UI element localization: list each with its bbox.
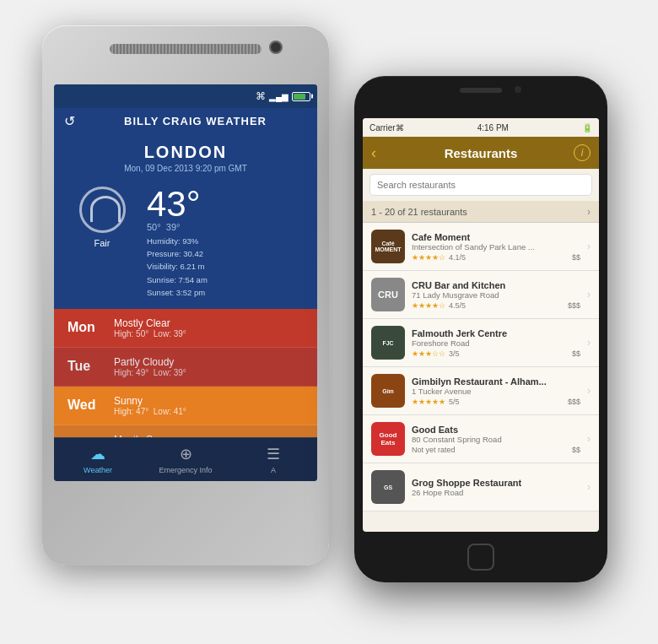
forecast-info-tue: Partly Cloudy High: 49° Low: 39° [114,356,304,377]
weather-icon-section: Fair [64,187,140,248]
falmouth-rating-row: ★★★☆☆ 3/5 $$ [412,349,580,358]
weather-status-bar: ⌘ ▂▄▆ [54,84,317,108]
nav-emergency[interactable]: ⊕ Emergency Info [142,445,229,474]
cafe-moment-avatar: CaféMOMENT [371,230,405,263]
refresh-icon[interactable]: ↺ [64,113,75,129]
forecast-hilo-mon: High: 50° Low: 39° [114,329,304,338]
bottom-nav: ☁ Weather ⊕ Emergency Info ☰ A [54,437,317,481]
temp-section: 43° 50° 39° Humidity: 93% Pressure: 30.4… [140,187,307,299]
cru-stars: ★★★★☆ [412,301,445,310]
falmouth-avatar: FJC [371,326,405,360]
restaurant-item-good-eats[interactable]: GoodEats Good Eats 80 Constant Spring Ro… [363,415,599,463]
weather-nav-icon: ☁ [90,445,105,463]
cru-price: $$$ [568,301,580,310]
iphone-screen: Carrier ⌘ 4:16 PM 🔋 ‹ Restaurants i 1 - … [363,118,599,532]
good-eats-info: Good Eats 80 Constant Spring Road Not ye… [412,425,580,454]
main-temperature: 43° [147,187,307,222]
good-eats-name: Good Eats [412,425,580,435]
search-bar [363,169,599,201]
weather-condition-icon [79,187,126,233]
restaurant-item-falmouth[interactable]: FJC Falmouth Jerk Centre Foreshore Road … [363,319,599,367]
gimbilyn-name: Gimbilyn Restaurant - Alham... [412,376,580,387]
gimbilyn-rating: 5/5 [449,398,460,406]
carrier-label: Carrier [369,123,396,133]
forecast-day-tue: Tue [67,359,114,374]
cru-rating: 4.5/5 [449,301,466,310]
gimbilyn-info: Gimbilyn Restaurant - Alham... 1 Tucker … [412,376,580,406]
cru-avatar: CRU [371,278,405,311]
cafe-moment-chevron: › [587,241,591,252]
results-arrow-icon[interactable]: › [587,206,591,218]
results-bar: 1 - 20 of 21 restaurants › [363,201,599,223]
cafe-moment-stars: ★★★★☆ [412,253,445,262]
good-eats-rating: Not yet rated [412,446,456,454]
signal-icon: ▂▄▆ [269,92,289,101]
grog-avatar: GS [371,470,405,504]
cafe-moment-info: Cafe Moment Intersection of Sandy Park L… [412,232,580,262]
falmouth-chevron: › [587,337,591,349]
falmouth-name: Falmouth Jerk Centre [412,328,580,338]
gimbilyn-rating-row: ★★★★★ 5/5 $$$ [412,398,580,406]
weather-nav-label: Weather [84,466,112,474]
hi-lo: 50° 39° [147,222,307,232]
grog-address: 26 Hope Road [412,488,580,497]
forecast-condition-wed: Sunny [114,395,304,407]
nav-weather[interactable]: ☁ Weather [54,445,142,474]
iphone-camera [515,86,521,93]
grog-chevron: › [587,481,591,493]
gimbilyn-chevron: › [587,385,591,397]
iphone: Carrier ⌘ 4:16 PM 🔋 ‹ Restaurants i 1 - … [354,76,607,582]
info-button[interactable]: i [574,144,591,161]
gimbilyn-price: $$$ [568,398,580,406]
restaurant-list: CaféMOMENT Cafe Moment Intersection of S… [363,223,599,511]
htc-speaker [110,44,262,54]
forecast-hilo-tue: High: 49° Low: 39° [114,368,304,377]
wifi-status-icon: ⌘ [396,123,404,133]
restaurant-item-gimbilyn[interactable]: Gim Gimbilyn Restaurant - Alham... 1 Tuc… [363,367,599,415]
nav-extra[interactable]: ☰ A [229,445,317,474]
emergency-nav-label: Emergency Info [159,466,212,474]
city-name: LONDON [64,143,307,162]
forecast-condition-tue: Partly Cloudy [114,356,304,368]
falmouth-info: Falmouth Jerk Centre Foreshore Road ★★★☆… [412,328,580,358]
grog-name: Grog Shoppe Restaurant [412,478,580,488]
restaurants-title: Restaurants [445,146,518,160]
forecast-row-wed: Wed Sunny High: 47° Low: 41° [54,387,317,425]
datetime: Mon, 09 Dec 2013 9:20 pm GMT [64,164,307,173]
grog-info: Grog Shoppe Restaurant 26 Hope Road [412,478,580,497]
iphone-home-button[interactable] [467,544,494,571]
good-eats-chevron: › [587,433,591,445]
gimbilyn-avatar: Gim [371,374,405,408]
falmouth-stars: ★★★☆☆ [412,349,445,358]
app-title: BILLY CRAIG WEATHER [84,115,307,127]
cafe-moment-name: Cafe Moment [412,232,580,242]
restaurant-item-grog[interactable]: GS Grog Shoppe Restaurant 26 Hope Road › [363,463,599,511]
forecast-day-wed: Wed [67,398,114,413]
back-button[interactable]: ‹ [371,144,376,162]
falmouth-rating: 3/5 [449,349,460,358]
forecast-hilo-wed: High: 47° Low: 41° [114,407,304,416]
extra-nav-icon: ☰ [267,445,280,463]
good-eats-address: 80 Constant Spring Road [412,435,580,444]
forecast-info-mon: Mostly Clear High: 50° Low: 39° [114,317,304,338]
weather-details: Humidity: 93% Pressure: 30.42 Visibility… [147,235,307,299]
forecast-row-mon: Mon Mostly Clear High: 50° Low: 39° [54,309,317,348]
extra-nav-label: A [271,466,276,474]
cru-info: CRU Bar and Kitchen 71 Lady Musgrave Roa… [412,280,580,310]
gimbilyn-address: 1 Tucker Avenue [412,387,580,396]
restaurant-item-cafe-moment[interactable]: CaféMOMENT Cafe Moment Intersection of S… [363,223,599,271]
battery-icon [292,92,310,101]
weather-main: Fair 43° 50° 39° Humidity: 93% Pressure:… [54,180,317,309]
htc-phone: ⌘ ▂▄▆ ↺ BILLY CRAIG WEATHER LONDON Mon, … [42,25,329,566]
iphone-time: 4:16 PM [477,123,509,133]
wifi-icon: ⌘ [256,90,266,102]
good-eats-avatar: GoodEats [371,422,405,456]
search-input[interactable] [369,174,592,196]
cru-name: CRU Bar and Kitchen [412,280,580,290]
results-summary: 1 - 20 of 21 restaurants [371,207,467,217]
cru-address: 71 Lady Musgrave Road [412,290,580,300]
good-eats-price: $$ [572,446,580,454]
restaurant-item-cru[interactable]: CRU CRU Bar and Kitchen 71 Lady Musgrave… [363,271,599,319]
emergency-nav-icon: ⊕ [180,445,192,463]
iphone-speaker [460,88,502,93]
